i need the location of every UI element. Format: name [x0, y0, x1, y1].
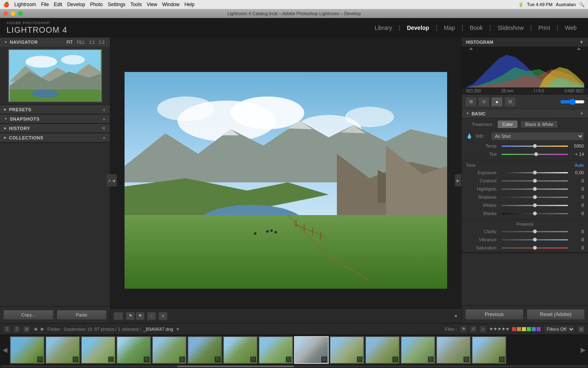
- filter-rating-button[interactable]: ≥: [479, 325, 487, 333]
- collections-header[interactable]: ▶ Collections +: [0, 133, 110, 142]
- filename-dropdown-icon[interactable]: ▼: [176, 327, 180, 332]
- film-thumb-13[interactable]: ⬛: [472, 336, 506, 364]
- zoom-1-2[interactable]: 1:2: [98, 40, 106, 45]
- nav-print[interactable]: Print: [534, 23, 555, 33]
- page-1-button[interactable]: 1: [3, 325, 11, 333]
- navigator-header[interactable]: ▼ Navigator FIT FILL 1:1 1:2: [0, 38, 110, 47]
- film-thumb-6[interactable]: ⬛: [187, 336, 222, 364]
- film-thumb-3[interactable]: ⬛: [81, 336, 116, 364]
- apple-menu[interactable]: 🍎: [3, 2, 9, 7]
- view-mode-button[interactable]: ⬛: [114, 312, 123, 320]
- filmstrip-scroll-right[interactable]: ▶: [579, 346, 587, 354]
- highlights-thumb[interactable]: [533, 187, 537, 191]
- filename-label[interactable]: _B9A9647.dng: [143, 327, 173, 332]
- zoom-fit[interactable]: FIT: [65, 40, 74, 45]
- menu-tools[interactable]: Tools: [130, 2, 142, 7]
- filter-sort-button[interactable]: ⚑: [460, 325, 467, 333]
- history-header[interactable]: ▶ History ✕: [0, 124, 110, 133]
- filter-orange[interactable]: [517, 327, 521, 331]
- history-clear-button[interactable]: ✕: [102, 126, 106, 131]
- left-collapse-toggle[interactable]: ◀: [110, 174, 117, 186]
- unflag-button[interactable]: ⚑: [136, 312, 145, 320]
- filter-green[interactable]: [527, 327, 531, 331]
- search-icon-menubar[interactable]: 🔍: [579, 2, 585, 7]
- filmstrip-prev-arrow[interactable]: ◀: [33, 325, 38, 332]
- tint-thumb[interactable]: [534, 152, 538, 156]
- film-thumb-8[interactable]: ⬛: [258, 336, 293, 364]
- wb-select[interactable]: As Shot: [491, 132, 584, 140]
- nav-book[interactable]: Book: [465, 23, 488, 33]
- zoom-1-1[interactable]: 1:1: [88, 40, 96, 45]
- basic-dropdown-icon[interactable]: ▼: [580, 111, 584, 116]
- paste-button[interactable]: Paste: [57, 310, 107, 320]
- compare-button[interactable]: ▫: [147, 312, 156, 320]
- film-thumb-1[interactable]: ⬛: [10, 336, 45, 364]
- snapshots-add-button[interactable]: +: [102, 116, 106, 122]
- film-thumb-12[interactable]: ⬛: [436, 336, 471, 364]
- crop-button[interactable]: ✕: [158, 312, 167, 320]
- saturation-thumb[interactable]: [533, 246, 537, 250]
- maximize-button[interactable]: [18, 11, 23, 16]
- menu-view[interactable]: View: [147, 2, 157, 7]
- clarity-thumb[interactable]: [533, 229, 537, 233]
- nav-develop[interactable]: Develop: [402, 23, 434, 33]
- crop-tool-button[interactable]: ●: [491, 97, 503, 107]
- collections-add-button[interactable]: +: [102, 135, 106, 141]
- temp-thumb[interactable]: [533, 144, 537, 148]
- close-button[interactable]: [3, 11, 8, 16]
- scroll-thumb[interactable]: [177, 366, 294, 367]
- healspot-tool-button[interactable]: ⊟: [504, 97, 516, 107]
- zoom-fill[interactable]: FILL: [76, 40, 86, 45]
- tone-auto-button[interactable]: Auto: [575, 163, 584, 168]
- filmstrip-settings-button[interactable]: ▤: [577, 325, 585, 333]
- nav-map[interactable]: Map: [439, 23, 460, 33]
- menu-photo[interactable]: Photo: [90, 2, 102, 7]
- flag-button[interactable]: ⚑: [126, 312, 135, 320]
- menu-window[interactable]: Window: [162, 2, 180, 7]
- loupe-tool-button[interactable]: ⊙: [478, 97, 490, 107]
- filmstrip-next-arrow[interactable]: ▶: [40, 325, 45, 332]
- page-2-button[interactable]: 2: [13, 325, 20, 333]
- nav-web[interactable]: Web: [560, 23, 581, 33]
- color-treatment-button[interactable]: Color: [498, 121, 517, 128]
- filter-flag-button[interactable]: ↺: [470, 325, 477, 333]
- toolbar-overflow-button[interactable]: ▼: [454, 314, 458, 319]
- film-thumb-11[interactable]: ⬛: [401, 336, 435, 364]
- reset-button[interactable]: Reset (Adobe): [527, 309, 585, 320]
- minimize-button[interactable]: [11, 11, 16, 16]
- presets-add-button[interactable]: +: [102, 106, 106, 113]
- grid-tool-button[interactable]: ⊞: [465, 97, 477, 107]
- exposure-thumb[interactable]: [533, 171, 537, 175]
- photo-container[interactable]: [125, 72, 447, 289]
- nav-library[interactable]: Library: [370, 23, 397, 33]
- snapshots-header[interactable]: ▼ Snapshots +: [0, 114, 110, 123]
- shadows-thumb[interactable]: [533, 195, 537, 199]
- right-collapse-toggle[interactable]: ▶: [455, 174, 461, 186]
- film-thumb-2[interactable]: ⬛: [45, 336, 80, 364]
- film-thumb-10[interactable]: ⬛: [365, 336, 400, 364]
- navigator-thumbnail[interactable]: [0, 47, 110, 105]
- nav-slideshow[interactable]: Slideshow: [493, 23, 529, 33]
- whites-thumb[interactable]: [533, 203, 537, 207]
- bw-treatment-button[interactable]: Black & White: [521, 121, 557, 128]
- film-thumb-9[interactable]: ⬛: [330, 336, 364, 364]
- filter-purple[interactable]: [537, 327, 541, 331]
- star-rating[interactable]: ★★★★★: [489, 326, 510, 332]
- histogram-dropdown-icon[interactable]: ▼: [579, 39, 584, 45]
- filmstrip-scrollbar[interactable]: [0, 365, 588, 368]
- menu-develop[interactable]: Develop: [67, 2, 85, 7]
- menu-file[interactable]: File: [41, 2, 49, 7]
- filter-red[interactable]: [512, 327, 516, 331]
- contrast-thumb[interactable]: [533, 179, 537, 183]
- tool-slider[interactable]: [560, 99, 585, 105]
- filmstrip-grid-button[interactable]: ⊞: [23, 325, 30, 333]
- filter-yellow[interactable]: [522, 327, 526, 331]
- menu-help[interactable]: Help: [185, 2, 195, 7]
- film-thumb-selected[interactable]: ⬛: [294, 336, 329, 364]
- filters-dropdown[interactable]: Filters Off: [543, 325, 575, 333]
- menu-edit[interactable]: Edit: [54, 2, 62, 7]
- film-thumb-7[interactable]: ⬛: [223, 336, 258, 364]
- film-thumb-4[interactable]: ⬛: [116, 336, 151, 364]
- eyedropper-icon[interactable]: 💧: [466, 131, 472, 141]
- previous-button[interactable]: Previous: [465, 309, 523, 320]
